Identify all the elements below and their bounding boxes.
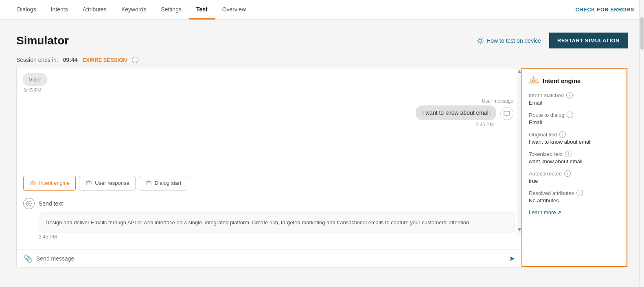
- intent-route-label: Route to dialog i: [529, 112, 620, 118]
- learn-more-link[interactable]: Learn more ↗: [529, 209, 620, 215]
- simulator-header: Simulator How to test on device RESTART …: [16, 33, 628, 48]
- main-content: Simulator How to test on device RESTART …: [0, 20, 644, 287]
- intent-field-tokenized: Tokenized text i want,know,about,email: [529, 151, 620, 164]
- svg-point-0: [479, 39, 482, 42]
- svg-point-16: [88, 182, 88, 183]
- top-nav: Dialogs Intents Attributes Keywords Sett…: [0, 0, 644, 20]
- external-link-icon: ↗: [557, 210, 561, 215]
- session-info-icon[interactable]: i: [132, 57, 138, 63]
- chat-tabs-row: Intent engine User response: [17, 172, 521, 195]
- intent-engine-robot-icon: [529, 76, 539, 85]
- tab-user-response-label: User response: [95, 180, 129, 186]
- chat-messages: Viber 3:45 PM User message I want to kno…: [17, 68, 521, 172]
- check-errors-button[interactable]: CHECK FOR ERRORS: [575, 7, 634, 13]
- page-scrollbar[interactable]: [639, 0, 644, 287]
- scroll-down-arrow[interactable]: [517, 228, 521, 231]
- intent-autocorrected-value: true: [529, 178, 620, 184]
- viber-message: Viber 3:45 PM: [23, 73, 513, 93]
- send-text-section: Send text Design and deliver Emails thro…: [17, 195, 521, 250]
- intent-route-value: Email: [529, 119, 620, 125]
- tab-dialog-start-label: Dialog start: [155, 180, 182, 186]
- svg-point-17: [89, 182, 90, 183]
- intent-matched-value: Email: [529, 100, 620, 106]
- svg-point-20: [147, 182, 148, 183]
- page-title: Simulator: [16, 34, 69, 47]
- message-body-text: Design and deliver Emails through API or…: [46, 219, 471, 226]
- svg-rect-9: [504, 111, 510, 115]
- scrollbar-thumb[interactable]: [640, 17, 644, 50]
- learn-more-label: Learn more: [529, 209, 556, 215]
- how-to-link[interactable]: How to test on device: [477, 37, 541, 44]
- tab-test[interactable]: Test: [189, 0, 215, 20]
- message-bubble: Design and deliver Emails through API or…: [39, 213, 515, 233]
- svg-point-27: [532, 80, 533, 82]
- send-text-label: Send text: [39, 200, 63, 207]
- lightbulb-icon: [477, 37, 484, 44]
- user-message-icon: [500, 107, 513, 120]
- robot-icon-tab3: [145, 180, 152, 187]
- tab-user-response[interactable]: User response: [79, 176, 136, 191]
- intent-panel-title: Intent engine: [543, 77, 580, 84]
- intent-tokenized-value: want,know,about,email: [529, 158, 620, 164]
- tab-keywords[interactable]: Keywords: [114, 0, 153, 20]
- tab-intent-label: Intent engine: [39, 180, 70, 186]
- intent-matched-label: Intent matched i: [529, 92, 620, 99]
- intent-original-info[interactable]: i: [559, 131, 566, 138]
- intent-resolved-info[interactable]: i: [576, 190, 583, 196]
- simulator-body: Viber 3:45 PM User message I want to kno…: [16, 68, 628, 267]
- intent-tokenized-label: Tokenized text i: [529, 151, 620, 157]
- svg-rect-14: [33, 180, 33, 180]
- message-timestamp: 3:45 PM: [39, 234, 515, 240]
- intent-field-autocorrected: Autocorrected i true: [529, 170, 620, 184]
- robot-icon-tab2: [85, 180, 92, 187]
- user-message-row: I want to know about emali: [23, 105, 513, 120]
- send-message-input[interactable]: [36, 255, 505, 262]
- intent-resolved-value: No attributes: [529, 197, 620, 204]
- session-timer: 09:44: [63, 57, 78, 63]
- tab-overview[interactable]: Overview: [215, 0, 253, 20]
- session-label: Session ends in:: [16, 57, 58, 63]
- svg-line-6: [482, 42, 482, 43]
- attach-icon[interactable]: 📎: [23, 254, 32, 263]
- intent-resolved-label: Resolved attributes i: [529, 190, 620, 196]
- svg-point-12: [33, 182, 34, 183]
- nav-tabs: Dialogs Intents Attributes Keywords Sett…: [10, 0, 253, 19]
- tab-intent-engine[interactable]: Intent engine: [23, 176, 76, 191]
- message-icon: [504, 111, 510, 116]
- intent-route-info[interactable]: i: [567, 112, 573, 118]
- expire-session-button[interactable]: EXPIRE SESSION: [83, 57, 127, 63]
- svg-point-11: [32, 182, 33, 183]
- robot-icon-tab1: [29, 180, 37, 187]
- user-message-content: I want to know about emali: [416, 105, 496, 120]
- chat-input-row: 📎 ➤: [17, 250, 521, 267]
- tab-settings[interactable]: Settings: [153, 0, 189, 20]
- intent-autocorrected-label: Autocorrected i: [529, 170, 620, 177]
- svg-line-5: [478, 38, 479, 39]
- intent-field-matched: Intent matched i Email: [529, 92, 620, 106]
- intent-engine-panel: Intent engine Intent matched i Email Rou…: [521, 68, 627, 267]
- tab-dialogs[interactable]: Dialogs: [10, 0, 44, 20]
- tab-dialog-start[interactable]: Dialog start: [139, 176, 188, 191]
- svg-line-7: [478, 42, 479, 43]
- tab-attributes[interactable]: Attributes: [75, 0, 114, 20]
- user-message-wrapper: User message I want to know about emali: [23, 98, 513, 127]
- svg-rect-10: [31, 181, 35, 185]
- svg-line-8: [482, 38, 482, 39]
- send-arrow-button[interactable]: ➤: [509, 254, 515, 263]
- intent-original-value: I want to know about emali: [529, 139, 620, 145]
- user-label: User message: [23, 98, 513, 104]
- send-text-header: Send text: [23, 198, 515, 209]
- header-right: How to test on device RESTART SIMULATION: [477, 33, 628, 48]
- svg-rect-19: [146, 181, 151, 185]
- chat-scroll-track[interactable]: [517, 68, 521, 234]
- send-text-icon: [23, 198, 35, 209]
- restart-simulation-button[interactable]: RESTART SIMULATION: [549, 33, 628, 48]
- svg-rect-30: [533, 77, 534, 78]
- how-to-label: How to test on device: [486, 37, 541, 44]
- intent-autocorrected-info[interactable]: i: [564, 170, 571, 177]
- intent-matched-info[interactable]: i: [566, 92, 573, 99]
- scroll-up-arrow[interactable]: [517, 70, 521, 73]
- intent-tokenized-info[interactable]: i: [565, 151, 572, 157]
- chat-pane: Viber 3:45 PM User message I want to kno…: [17, 68, 521, 267]
- tab-intents[interactable]: Intents: [44, 0, 75, 20]
